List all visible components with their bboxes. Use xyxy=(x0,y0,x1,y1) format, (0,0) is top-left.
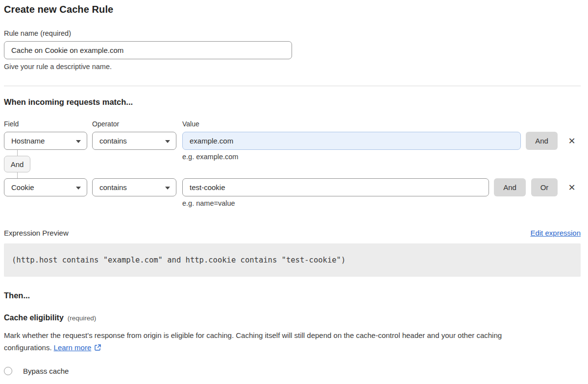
condition-column-labels: Field Operator Value xyxy=(4,120,581,128)
expression-preview-code: (http.host contains "example.com" and ht… xyxy=(4,243,581,277)
edit-expression-link[interactable]: Edit expression xyxy=(530,229,581,237)
operator-select-value: contains xyxy=(99,137,127,145)
expression-preview-label: Expression Preview xyxy=(4,229,69,237)
condition-connector-zone: And e.g. example.com xyxy=(4,150,581,178)
then-heading: Then... xyxy=(4,291,581,300)
connector-and-button[interactable]: And xyxy=(4,156,30,172)
learn-more-link[interactable]: Learn more xyxy=(54,343,92,352)
add-and-condition-button[interactable]: And xyxy=(526,132,558,150)
value-column-label: Value xyxy=(182,120,581,128)
value-hint: e.g. example.com xyxy=(182,153,238,161)
value-hint: e.g. name=value xyxy=(182,199,581,207)
external-link-icon xyxy=(94,343,101,355)
radio-option-bypass-cache[interactable]: Bypass cache xyxy=(4,367,581,375)
operator-select[interactable]: contains xyxy=(92,178,176,196)
operator-column-label: Operator xyxy=(92,120,182,128)
required-note: (required) xyxy=(68,314,97,322)
value-input[interactable] xyxy=(182,132,521,150)
field-select-value: Hostname xyxy=(11,137,45,145)
operator-select-value: contains xyxy=(99,183,127,192)
chevron-down-icon xyxy=(165,187,170,190)
cache-eligibility-title: Cache eligibility xyxy=(4,313,64,322)
cache-eligibility-heading: Cache eligibility (required) xyxy=(4,313,581,322)
chevron-down-icon xyxy=(76,187,81,190)
add-and-condition-button[interactable]: And xyxy=(494,178,526,196)
page-title: Create new Cache Rule xyxy=(4,4,581,15)
radio-button-icon[interactable] xyxy=(4,367,12,375)
chevron-down-icon xyxy=(165,140,170,143)
section-divider xyxy=(4,86,581,86)
field-column-label: Field xyxy=(4,120,92,128)
field-select-value: Cookie xyxy=(11,183,34,192)
condition-row: Cookie contains And Or ✕ xyxy=(4,178,581,196)
remove-condition-button[interactable]: ✕ xyxy=(566,178,578,196)
rule-name-input[interactable] xyxy=(4,41,292,59)
value-input[interactable] xyxy=(182,178,489,196)
radio-option-label: Bypass cache xyxy=(23,367,69,375)
field-select[interactable]: Cookie xyxy=(4,178,87,196)
remove-condition-button[interactable]: ✕ xyxy=(566,132,578,150)
rule-name-label: Rule name (required) xyxy=(4,29,581,37)
create-cache-rule-form: Create new Cache Rule Rule name (require… xyxy=(0,0,588,384)
cache-eligibility-description: Mark whether the request’s response from… xyxy=(4,330,567,355)
match-section-heading: When incoming requests match... xyxy=(4,97,581,107)
add-or-condition-button[interactable]: Or xyxy=(531,178,558,196)
rule-name-help: Give your rule a descriptive name. xyxy=(4,63,581,71)
condition-row: Hostname contains And ✕ xyxy=(4,132,581,150)
field-select[interactable]: Hostname xyxy=(4,132,87,150)
chevron-down-icon xyxy=(76,140,81,143)
operator-select[interactable]: contains xyxy=(92,132,176,150)
expression-header: Expression Preview Edit expression xyxy=(4,229,581,237)
